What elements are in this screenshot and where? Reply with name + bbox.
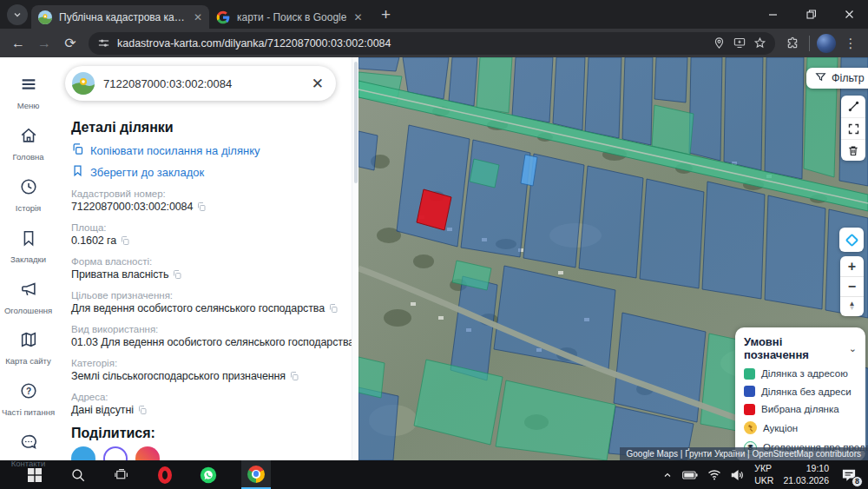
- copy-value-icon[interactable]: [196, 202, 207, 215]
- url-text[interactable]: kadastrova-karta.com/dilyanka/7122087000…: [117, 37, 706, 50]
- cadastral-map[interactable]: Фільтр + − ▲▼: [358, 57, 868, 460]
- address-bar[interactable]: kadastrova-karta.com/dilyanka/7122087000…: [89, 32, 775, 55]
- filter-button[interactable]: Фільтр: [806, 68, 868, 89]
- tab-google-search[interactable]: карти - Поиск в Google ✕: [209, 5, 370, 29]
- field-usage-type: Вид використання: 01.03 Для ведення особ…: [71, 324, 352, 350]
- profile-avatar[interactable]: [816, 33, 837, 54]
- field-label: Адреса:: [71, 392, 352, 402]
- field-address: Адреса: Дані відсутні: [71, 392, 352, 418]
- copy-value-icon[interactable]: [172, 270, 182, 282]
- taskbar-clock[interactable]: 19:10 21.03.2026: [783, 463, 829, 486]
- instagram-share-button[interactable]: [135, 446, 160, 460]
- zoom-out-button[interactable]: −: [840, 276, 864, 296]
- extensions-icon[interactable]: [782, 33, 803, 54]
- chevron-down-icon[interactable]: ⌄: [849, 343, 857, 354]
- bookmark-star-icon[interactable]: [753, 36, 766, 50]
- delete-tool-button[interactable]: [841, 139, 865, 161]
- field-purpose: Цільове призначення: Для ведення особист…: [71, 290, 352, 316]
- field-value: Землі сільськогосподарського призначення: [71, 370, 286, 382]
- field-value: 7122087000:03:002:0084: [71, 201, 193, 213]
- copy-link-button[interactable]: Копіювати посилання на ділянку: [71, 142, 358, 158]
- save-bookmark-button[interactable]: Зберегти до закладок: [71, 164, 358, 180]
- taskbar-search-button[interactable]: [68, 460, 89, 489]
- diamond-icon: [845, 233, 858, 247]
- copy-link-label: Копіювати посилання на ділянку: [90, 144, 260, 157]
- task-view-icon: [114, 467, 129, 483]
- notification-center-button[interactable]: 8: [838, 464, 859, 486]
- copy-value-icon[interactable]: [137, 406, 148, 418]
- site-sidebar: Меню Головна Історія Закладки Оголошення: [0, 57, 56, 460]
- sidebar-item-contacts[interactable]: Контакти: [2, 433, 56, 469]
- sidebar-item-label: Закладки: [10, 254, 46, 265]
- opera-taskbar-icon[interactable]: [155, 460, 175, 489]
- legend-header[interactable]: Умовні позначення ⌄: [744, 335, 860, 361]
- map-icon: [19, 330, 38, 353]
- map-attribution: Google Maps | Ґрунти України | OpenStree…: [620, 447, 868, 460]
- search-icon: [70, 467, 86, 483]
- legend-item-with-address: Ділянка з адресою: [744, 368, 860, 380]
- tab-title: Публічна кадастрова карта Ук: [59, 11, 187, 23]
- forward-button[interactable]: →: [33, 32, 56, 55]
- expand-collapse-button[interactable]: ▲▼: [840, 296, 864, 316]
- browser-menu-button[interactable]: ⋮: [840, 33, 861, 54]
- search-value[interactable]: 7122087000:03:002:0084: [103, 77, 303, 90]
- new-tab-button[interactable]: +: [375, 3, 398, 26]
- draw-area-tool-button[interactable]: [841, 117, 865, 139]
- sidebar-item-bookmarks[interactable]: Закладки: [2, 228, 56, 265]
- task-view-button[interactable]: [111, 460, 132, 489]
- windows-logo-icon: [28, 468, 42, 482]
- viber-share-button[interactable]: [103, 446, 128, 460]
- hidden-icons-button[interactable]: [662, 470, 673, 480]
- notification-count-badge: 8: [852, 476, 863, 487]
- filter-label: Фільтр: [832, 72, 865, 84]
- close-button[interactable]: [830, 0, 868, 29]
- copy-icon: [71, 142, 84, 158]
- tab-cadastral-map[interactable]: Публічна кадастрова карта Ук ✕: [31, 5, 209, 29]
- chat-bubble-icon: [19, 433, 38, 455]
- back-button[interactable]: ←: [7, 32, 30, 55]
- wifi-icon[interactable]: [707, 469, 721, 480]
- install-icon[interactable]: [733, 36, 746, 50]
- restore-button[interactable]: [792, 0, 830, 29]
- sidebar-item-announcements[interactable]: Оголошення: [2, 280, 56, 316]
- sidebar-item-faq[interactable]: ? Часті питання: [2, 381, 56, 418]
- tab-close-icon[interactable]: ✕: [194, 12, 202, 23]
- scrollbar-thumb[interactable]: [354, 62, 358, 183]
- sidebar-item-sitemap[interactable]: Карта сайту: [2, 330, 56, 367]
- svg-text:?: ?: [25, 387, 30, 396]
- field-area: Площа: 0.1602 га: [71, 222, 352, 248]
- clear-search-icon[interactable]: ✕: [312, 76, 324, 91]
- volume-icon[interactable]: [731, 469, 745, 481]
- window-controls: [753, 0, 868, 29]
- whatsapp-taskbar-icon[interactable]: [198, 460, 219, 489]
- field-label: Кадастровий номер:: [71, 188, 352, 199]
- copy-value-icon[interactable]: [120, 236, 130, 248]
- sidebar-item-menu[interactable]: Меню: [2, 75, 56, 111]
- tab-search-button[interactable]: [7, 4, 28, 25]
- twitter-share-button[interactable]: [71, 446, 95, 460]
- locate-parcel-button[interactable]: [839, 228, 864, 252]
- reload-button[interactable]: ⟳: [59, 32, 82, 55]
- sidebar-item-home[interactable]: Головна: [2, 126, 56, 162]
- site-settings-icon[interactable]: [97, 36, 110, 50]
- copy-value-icon[interactable]: [289, 372, 299, 384]
- location-pin-icon[interactable]: [713, 36, 726, 50]
- tab-close-icon[interactable]: ✕: [353, 12, 362, 23]
- zoom-in-button[interactable]: +: [840, 256, 864, 276]
- panel-scrollbar[interactable]: [352, 57, 358, 460]
- measure-tool-button[interactable]: [841, 96, 865, 117]
- chrome-taskbar-icon[interactable]: [241, 460, 271, 489]
- share-title: Поділитися:: [71, 426, 358, 441]
- minimize-button[interactable]: [753, 0, 792, 29]
- field-cadastral-number: Кадастровий номер: 7122087000:03:002:008…: [71, 188, 352, 215]
- field-value: 01.03 Для ведення особистого селянського…: [71, 336, 354, 348]
- language-indicator[interactable]: УКР UKR: [754, 463, 773, 486]
- site-logo-icon: [72, 72, 95, 95]
- windows-taskbar: УКР UKR 19:10 21.03.2026 8: [0, 460, 868, 489]
- chrome-icon: [247, 466, 265, 483]
- search-input[interactable]: 7122087000:03:002:0084 ✕: [65, 66, 336, 101]
- copy-value-icon[interactable]: [328, 304, 339, 316]
- sidebar-item-history[interactable]: Історія: [2, 177, 56, 214]
- field-label: Категорія:: [71, 358, 352, 368]
- battery-icon[interactable]: [682, 470, 698, 480]
